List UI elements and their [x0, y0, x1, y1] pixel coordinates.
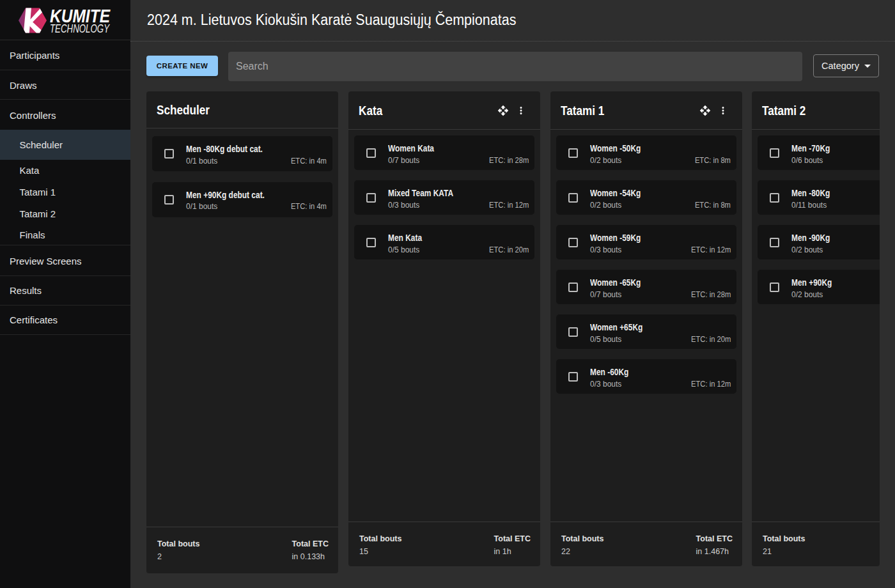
svg-text:TECHNOLOGY: TECHNOLOGY — [50, 22, 110, 35]
